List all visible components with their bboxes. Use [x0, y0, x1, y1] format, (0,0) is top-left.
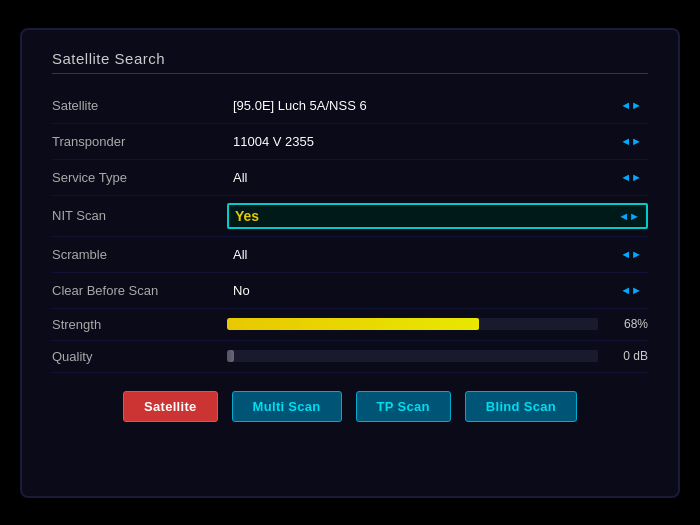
- tp-button[interactable]: TP Scan: [356, 391, 451, 422]
- row-value-container[interactable]: Yes◄►: [227, 203, 648, 229]
- row-value: [95.0E] Luch 5A/NSS 6: [233, 98, 367, 113]
- arrow-icon: ◄►: [620, 284, 642, 296]
- signal-bar-row: Strength68%: [52, 309, 648, 341]
- bar-fill: [227, 350, 234, 362]
- arrow-icon: ◄►: [620, 99, 642, 111]
- row-value-container[interactable]: No◄►: [227, 280, 648, 301]
- row-label: NIT Scan: [52, 208, 227, 223]
- row-value: Yes: [235, 208, 259, 224]
- row-label: Clear Before Scan: [52, 283, 227, 298]
- main-screen: Satellite Search Satellite[95.0E] Luch 5…: [20, 28, 680, 498]
- settings-row: Service TypeAll◄►: [52, 160, 648, 196]
- settings-row: Transponder11004 V 2355◄►: [52, 124, 648, 160]
- row-value: No: [233, 283, 250, 298]
- row-value: All: [233, 170, 247, 185]
- settings-row: Satellite[95.0E] Luch 5A/NSS 6◄►: [52, 88, 648, 124]
- row-label: Scramble: [52, 247, 227, 262]
- settings-row: Clear Before ScanNo◄►: [52, 273, 648, 309]
- multi-button[interactable]: Multi Scan: [232, 391, 342, 422]
- row-value-container[interactable]: All◄►: [227, 167, 648, 188]
- row-value-container[interactable]: All◄►: [227, 244, 648, 265]
- row-label: Transponder: [52, 134, 227, 149]
- settings-row: NIT ScanYes◄►: [52, 196, 648, 237]
- bar-value: 0 dB: [608, 349, 648, 363]
- arrow-icon: ◄►: [620, 135, 642, 147]
- row-label: Satellite: [52, 98, 227, 113]
- bar-label: Strength: [52, 317, 227, 332]
- arrow-icon: ◄►: [618, 210, 640, 222]
- row-label: Service Type: [52, 170, 227, 185]
- signal-bar-row: Quality0 dB: [52, 341, 648, 373]
- satellite-button[interactable]: Satellite: [123, 391, 218, 422]
- bar-track: [227, 318, 598, 330]
- bar-track: [227, 350, 598, 362]
- action-buttons: SatelliteMulti ScanTP ScanBlind Scan: [52, 391, 648, 422]
- arrow-icon: ◄►: [620, 248, 642, 260]
- bar-fill: [227, 318, 479, 330]
- arrow-icon: ◄►: [620, 171, 642, 183]
- bar-label: Quality: [52, 349, 227, 364]
- signal-bars: Strength68%Quality0 dB: [52, 309, 648, 373]
- row-value-container[interactable]: 11004 V 2355◄►: [227, 131, 648, 152]
- blind-button[interactable]: Blind Scan: [465, 391, 577, 422]
- row-value: 11004 V 2355: [233, 134, 314, 149]
- settings-row: ScrambleAll◄►: [52, 237, 648, 273]
- page-title: Satellite Search: [52, 50, 648, 74]
- settings-rows: Satellite[95.0E] Luch 5A/NSS 6◄►Transpon…: [52, 88, 648, 309]
- row-value-container[interactable]: [95.0E] Luch 5A/NSS 6◄►: [227, 95, 648, 116]
- bar-value: 68%: [608, 317, 648, 331]
- row-value: All: [233, 247, 247, 262]
